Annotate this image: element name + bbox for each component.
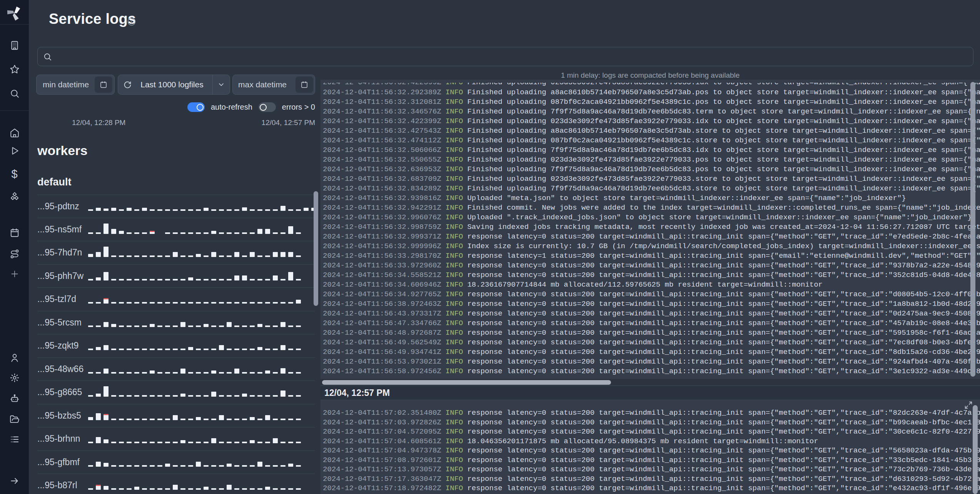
worker-name: ...95-brhnn (37, 434, 84, 444)
log-timestamp: 2024-12-04T11:56:32.474112Z (323, 136, 441, 145)
log-message: response latency=0 status=200 target=win… (467, 261, 980, 270)
log-level: INFO (441, 338, 467, 347)
worker-list-scrollbar[interactable] (314, 191, 318, 306)
min-datetime-field[interactable]: min datetime (36, 75, 115, 95)
log-timestamp: 2024-12-04T11:56:43.973317Z (323, 309, 441, 318)
cubes-icon[interactable] (9, 192, 20, 202)
log-level: INFO (441, 409, 467, 417)
log-timestamp: 2024-12-04T11:56:32.683709Z (323, 175, 441, 183)
log-message: 18.236167907714844 mb allocated/112.5976… (467, 280, 823, 289)
log-message: response latency=0 status=200 target=win… (467, 329, 980, 337)
logfiles-select[interactable]: Last 1000 logfiles (118, 75, 230, 95)
calendar-icon[interactable] (9, 227, 20, 238)
log-line: 2024-12-04T11:56:49.562549ZINFOresponse … (323, 338, 980, 347)
log-level: INFO (441, 107, 467, 116)
log-horizontal-scrollbar[interactable] (322, 380, 611, 385)
dollar-icon[interactable]: $ (9, 169, 20, 179)
worker-row[interactable]: ...95-bzbs5 (37, 404, 315, 428)
robot-icon[interactable] (9, 393, 20, 404)
log-level: INFO (441, 98, 467, 106)
log-line: 2024-12-04T11:56:33.298170ZINFOresponse … (323, 251, 980, 261)
calendar-button[interactable] (296, 77, 313, 93)
worker-row[interactable]: ...95-zqkt9 (37, 334, 315, 358)
worker-name: ...95-ns5mf (37, 224, 84, 235)
windmill-logo-icon[interactable] (6, 5, 23, 22)
list-icon[interactable] (9, 434, 20, 445)
log-line: 2024-12-04T11:56:48.972687ZINFOresponse … (323, 328, 980, 338)
worker-row[interactable]: ...95-g8665 (37, 381, 315, 404)
log-message: response latency=0 status=200 target=win… (467, 475, 980, 483)
max-datetime-field[interactable]: max datetime (232, 75, 315, 95)
log-timestamp: 2024-12-04T11:56:32.346576Z (323, 107, 441, 116)
log-level: INFO (441, 136, 467, 145)
log-line: 2024-12-04T11:56:32.312081ZINFOFinished … (323, 97, 980, 107)
time-range-row: 12/04, 12:28 PM 12/04, 12:57 PM (37, 118, 315, 127)
min-datetime-placeholder: min datetime (43, 80, 89, 89)
plus-icon[interactable] (9, 269, 20, 279)
gear-icon[interactable] (9, 372, 20, 383)
user-icon[interactable] (9, 352, 20, 363)
log-message: Finished uploading 023d3e3092fe473d85fae… (467, 117, 980, 125)
log-message: response latency=0 status=200 target=win… (467, 348, 980, 356)
worker-row[interactable]: ...95-phh7w (37, 265, 315, 288)
log-timestamp: 2024-12-04T11:57:18.972482Z (323, 484, 441, 492)
log-timestamp: 2024-12-04T11:56:38.972463Z (323, 300, 441, 308)
worker-sparkline (88, 384, 314, 397)
search-icon[interactable] (9, 88, 20, 99)
log-timestamp: 2024-12-04T11:56:48.972687Z (323, 329, 441, 337)
log-level: INFO (441, 367, 467, 376)
log-message: Finished uploading 023d3e3092fe473d85fae… (467, 83, 980, 87)
worker-row[interactable]: ...95-gfbmf (37, 451, 315, 474)
star-icon[interactable] (9, 64, 20, 75)
log-line: 2024-12-04T11:56:34.606946ZINFO18.236167… (323, 280, 980, 290)
service-logs-page: $ Service logs (0, 0, 980, 494)
log-section-2: 2024-12-04T11:57:02.351480ZINFOresponse … (321, 400, 980, 494)
log-level: INFO (441, 309, 467, 318)
worker-row[interactable]: ...95-brhnn (37, 427, 315, 451)
errors-toggle[interactable] (259, 102, 276, 112)
info-icon[interactable] (127, 17, 136, 26)
worker-sparkline (88, 454, 314, 467)
log-section-2-scrollbar[interactable] (973, 405, 978, 494)
worker-sparkline (88, 408, 314, 420)
log-timestamp: 2024-12-04T11:56:34.558521Z (323, 271, 441, 279)
log-section-1-scrollbar[interactable] (970, 82, 975, 377)
log-timestamp: 2024-12-04T11:56:32.422399Z (323, 117, 441, 125)
expand-icon[interactable] (964, 401, 973, 409)
building-icon[interactable] (9, 40, 20, 51)
toggle-knob (260, 104, 267, 111)
log-line: 2024-12-04T11:57:04.947378ZINFOresponse … (323, 446, 980, 456)
toggle-knob (197, 104, 204, 111)
range-end: 12/04, 12:57 PM (262, 118, 315, 127)
log-message: response latency=0 status=200 target=win… (467, 319, 980, 327)
log-level: INFO (441, 175, 467, 183)
route-icon[interactable] (9, 249, 20, 259)
calendar-button[interactable] (95, 77, 112, 93)
worker-row[interactable]: ...95-5rcsm (37, 311, 315, 335)
log-line: 2024-12-04T11:56:34.558521ZINFOresponse … (323, 270, 980, 280)
arrow-right-icon[interactable] (9, 476, 20, 486)
log-line: 2024-12-04T11:57:18.972482ZINFOresponse … (323, 484, 980, 493)
auto-refresh-toggle[interactable] (187, 102, 205, 112)
log-level: INFO (441, 232, 467, 241)
log-message: response latency=0 status=200 target=win… (467, 418, 980, 427)
log-line: 2024-12-04T11:57:03.972826ZINFOresponse … (323, 418, 980, 427)
worker-row[interactable]: ...95-pdtnz (37, 195, 315, 218)
worker-row[interactable]: ...95-b87rl (37, 474, 315, 494)
play-icon[interactable] (9, 145, 20, 156)
worker-row[interactable]: ...95-48w66 (37, 358, 315, 381)
log-message: response latency=0 status=200 target=win… (467, 367, 980, 376)
log-level: INFO (441, 456, 467, 464)
folder-icon[interactable] (9, 414, 20, 425)
worker-row[interactable]: ...95-ns5mf (37, 218, 315, 242)
log-section-2-header: 12/04, 12:57 PM (321, 386, 980, 400)
log-message: response latency=0 status=200 target=win… (467, 465, 980, 474)
worker-row[interactable]: ...95-tzl7d (37, 288, 315, 311)
home-icon[interactable] (9, 127, 20, 138)
log-timestamp: 2024-12-04T11:56:33.298170Z (323, 252, 441, 260)
worker-name: ...95-pdtnz (37, 201, 84, 212)
log-level: INFO (441, 88, 467, 97)
select-chevron[interactable] (213, 81, 230, 88)
worker-row[interactable]: ...95-7hd7n (37, 241, 315, 265)
log-message: Index size is currently: 10.7 GB (in /tm… (467, 242, 980, 250)
